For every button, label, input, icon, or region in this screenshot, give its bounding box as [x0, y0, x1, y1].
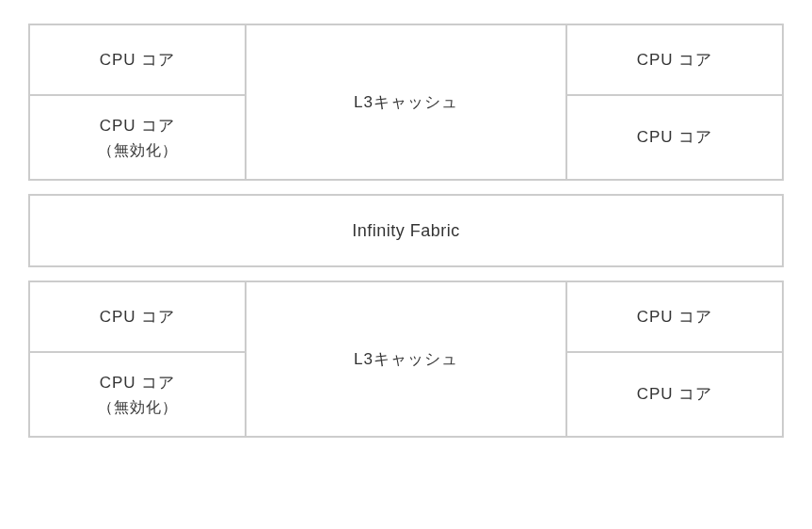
cpu-core-label: CPU コア [100, 113, 176, 138]
infinity-fabric: Infinity Fabric [28, 194, 784, 267]
l3-cache-bottom: L3キャッシュ [246, 281, 566, 437]
cpu-core-label: CPU コア [637, 304, 713, 329]
cpu-core-top-right: CPU コア [566, 281, 783, 352]
ccx-bottom: CPU コア L3キャッシュ CPU コア CPU コア （無効化） CPU コ… [28, 281, 784, 438]
cpu-core-top-right: CPU コア [566, 24, 783, 95]
cpu-core-label: CPU コア [637, 124, 713, 150]
cpu-core-top-left: CPU コア [29, 281, 246, 352]
cpu-core-subtext: （無効化） [98, 395, 178, 420]
cpu-core-label: CPU コア [100, 370, 176, 395]
infinity-fabric-label: Infinity Fabric [352, 221, 460, 241]
cpu-core-bottom-left: CPU コア （無効化） [29, 95, 246, 180]
cpu-block-diagram: CPU コア L3キャッシュ CPU コア CPU コア （無効化） CPU コ… [28, 24, 784, 438]
l3-cache-label: L3キャッシュ [354, 348, 458, 370]
l3-cache-top: L3キャッシュ [246, 24, 566, 180]
cpu-core-label: CPU コア [100, 304, 176, 329]
l3-cache-label: L3キャッシュ [354, 91, 458, 113]
cpu-core-label: CPU コア [637, 47, 713, 72]
cpu-core-bottom-right: CPU コア [566, 352, 783, 437]
cpu-core-subtext: （無効化） [98, 138, 178, 163]
cpu-core-top-left: CPU コア [29, 24, 246, 95]
cpu-core-bottom-left: CPU コア （無効化） [29, 352, 246, 437]
cpu-core-label: CPU コア [637, 381, 713, 407]
cpu-core-label: CPU コア [100, 47, 176, 72]
ccx-top: CPU コア L3キャッシュ CPU コア CPU コア （無効化） CPU コ… [28, 24, 784, 181]
cpu-core-bottom-right: CPU コア [566, 95, 783, 180]
